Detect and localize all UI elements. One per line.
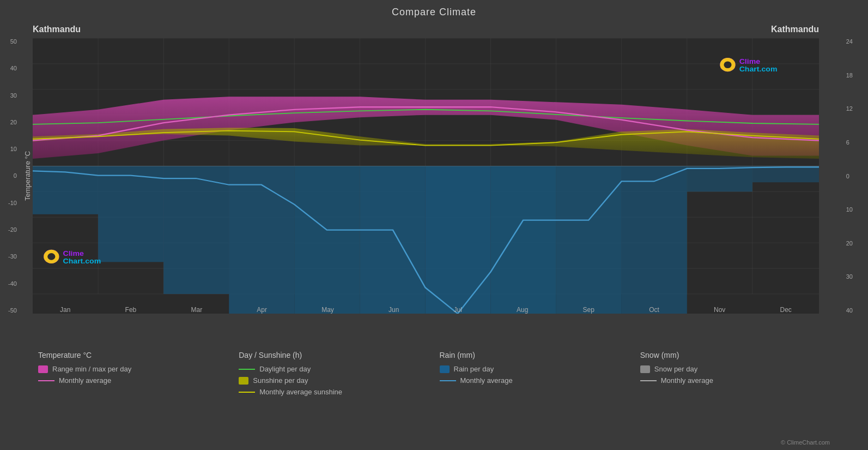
legend-snow: Snow (mm) Snow per day Monthly average: [635, 346, 835, 450]
x-nov: Nov: [714, 306, 725, 314]
legend-snow-day: Snow per day: [640, 365, 830, 373]
x-aug: Aug: [517, 306, 528, 314]
svg-text:Clime: Clime: [739, 58, 760, 65]
legend-rain-avg-label: Monthly average: [460, 376, 513, 385]
legend-rain: Rain (mm) Rain per day Monthly average: [434, 346, 635, 450]
y-left-20: 20: [10, 119, 17, 125]
y-left-40: 40: [10, 65, 17, 71]
svg-point-41: [724, 61, 731, 68]
legend-snow-avg: Monthly average: [640, 376, 830, 385]
legend-temp-range-label: Range min / max per day: [52, 365, 131, 373]
legend-sunshine-title: Day / Sunshine (h): [239, 351, 428, 359]
legend-rain-avg: Monthly average: [440, 376, 629, 385]
svg-rect-28: [360, 166, 425, 314]
svg-rect-33: [687, 166, 752, 191]
svg-rect-23: [33, 166, 98, 214]
x-axis: Jan Feb Mar Apr May Jun Jul Aug Sep Oct …: [33, 306, 819, 314]
legend-rain-day-label: Rain per day: [454, 365, 494, 373]
y-left-50: 50: [10, 38, 17, 45]
svg-text:Chart.com: Chart.com: [63, 257, 101, 265]
copyright-label: © ClimeChart.com: [781, 439, 830, 446]
snow-swatch: [640, 365, 650, 373]
x-oct: Oct: [649, 306, 659, 314]
legend-daylight-label: Daylight per day: [259, 365, 311, 373]
svg-rect-31: [556, 166, 622, 314]
legend-sunshine-day-label: Sunshine per day: [253, 376, 308, 385]
temp-range-swatch: [38, 365, 48, 373]
y-right-30: 30: [846, 273, 853, 280]
legend-temp-avg-label: Monthly average: [59, 376, 111, 385]
x-feb: Feb: [125, 306, 137, 314]
svg-rect-29: [425, 166, 490, 314]
location-label-left: Kathmandu: [33, 25, 81, 34]
y-axis-left: 50 40 30 20 10 0 -10 -20 -30 -40 -50: [8, 38, 17, 314]
y-right-12: 12: [846, 105, 853, 112]
legend-sunshine-avg-label: Monthly average sunshine: [259, 388, 342, 396]
x-sep: Sep: [583, 306, 594, 314]
x-mar: Mar: [191, 306, 202, 314]
legend-snow-title: Snow (mm): [640, 351, 830, 359]
svg-text:Chart.com: Chart.com: [739, 65, 778, 73]
legend-snow-day-label: Snow per day: [654, 365, 698, 373]
y-right-10: 10: [846, 206, 853, 213]
y-left-10: 10: [10, 146, 17, 152]
svg-rect-32: [622, 166, 687, 314]
y-right-20: 20: [846, 240, 853, 247]
y-left--50: -50: [8, 307, 17, 314]
y-axis-right: 24 18 12 6 0 10 20 30 40: [846, 38, 853, 314]
chart-area: Kathmandu Kathmandu Temperature °C 50 40…: [33, 22, 835, 335]
y-right-40: 40: [846, 307, 853, 314]
legend-temp-avg: Monthly average: [38, 376, 228, 385]
x-dec: Dec: [780, 306, 791, 314]
temp-avg-line: [38, 380, 54, 381]
legend-temp-range: Range min / max per day: [38, 365, 228, 373]
legend-temp-title: Temperature °C: [38, 351, 228, 359]
y-left--20: -20: [8, 226, 17, 233]
svg-point-38: [47, 253, 55, 260]
y-right-6: 6: [846, 139, 849, 146]
sunshine-avg-line: [239, 392, 255, 393]
svg-rect-34: [752, 166, 819, 182]
page-title: Compare Climate: [0, 0, 868, 18]
legend-sunshine: Day / Sunshine (h) Daylight per day Suns…: [233, 346, 434, 450]
legend-sunshine-avg: Monthly average sunshine: [239, 388, 428, 396]
x-apr: Apr: [257, 306, 267, 314]
rain-avg-line: [440, 380, 456, 381]
x-may: May: [321, 306, 334, 314]
svg-rect-26: [229, 166, 294, 314]
x-jan: Jan: [60, 306, 70, 314]
legend-snow-avg-label: Monthly average: [661, 376, 713, 385]
legend-daylight: Daylight per day: [239, 365, 428, 373]
x-jul: Jul: [454, 306, 462, 314]
daylight-line: [239, 369, 255, 370]
rain-swatch: [440, 365, 450, 373]
svg-rect-25: [163, 166, 229, 293]
svg-rect-30: [491, 166, 556, 314]
legend: Temperature °C Range min / max per day M…: [33, 341, 835, 450]
location-label-right: Kathmandu: [771, 25, 819, 34]
svg-rect-27: [294, 166, 360, 314]
svg-rect-24: [98, 166, 163, 262]
x-jun: Jun: [389, 306, 399, 314]
sunshine-swatch: [239, 377, 248, 385]
y-right-24: 24: [846, 38, 853, 45]
svg-text:Clime: Clime: [63, 249, 84, 257]
page-container: Compare Climate Kathmandu Kathmandu Temp…: [0, 0, 868, 450]
legend-sunshine-day: Sunshine per day: [239, 376, 428, 385]
y-right-18: 18: [846, 72, 853, 79]
legend-rain-title: Rain (mm): [440, 351, 629, 359]
y-left--40: -40: [8, 280, 17, 287]
chart-inner: Clime Chart.com Clime Chart.com Jan Feb …: [33, 38, 819, 314]
y-left-30: 30: [10, 92, 17, 99]
y-left--30: -30: [8, 253, 17, 260]
chart-svg: Clime Chart.com Clime Chart.com: [33, 38, 819, 314]
legend-temperature: Temperature °C Range min / max per day M…: [33, 346, 233, 450]
snow-avg-line: [640, 380, 657, 381]
y-left--10: -10: [8, 200, 17, 206]
y-right-0: 0: [846, 173, 849, 179]
y-left-0: 0: [14, 172, 17, 179]
legend-rain-day: Rain per day: [440, 365, 629, 373]
